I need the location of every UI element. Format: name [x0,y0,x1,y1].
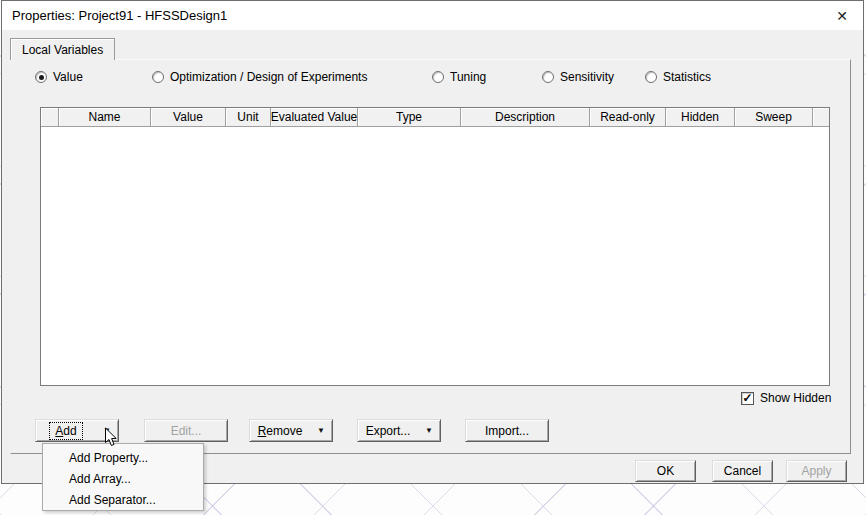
add-dropdown-menu: Add Property... Add Array... Add Separat… [42,443,204,511]
properties-dialog: Properties: Project91 - HFSSDesign1 ✕ Lo… [1,0,864,484]
tab-local-variables[interactable]: Local Variables [10,38,115,60]
tab-label: Local Variables [22,43,103,57]
menu-item-add-separator[interactable]: Add Separator... [43,489,203,510]
apply-button[interactable]: Apply [786,460,847,482]
ok-button-label: OK [657,464,674,478]
cancel-button-label: Cancel [724,464,761,478]
apply-button-label: Apply [801,464,831,478]
close-button[interactable]: ✕ [829,4,855,27]
menu-item-add-array[interactable]: Add Array... [43,468,203,489]
title-bar: Properties: Project91 - HFSSDesign1 ✕ [2,1,863,30]
app-background: { "window": { "title": "Properties: Proj… [0,0,866,515]
window-title: Properties: Project91 - HFSSDesign1 [12,8,227,23]
close-icon: ✕ [836,8,848,24]
menu-item-add-property[interactable]: Add Property... [43,447,203,468]
mouse-cursor [104,427,118,451]
tab-page [10,59,851,454]
ok-button[interactable]: OK [635,460,696,482]
cancel-button[interactable]: Cancel [712,460,773,482]
